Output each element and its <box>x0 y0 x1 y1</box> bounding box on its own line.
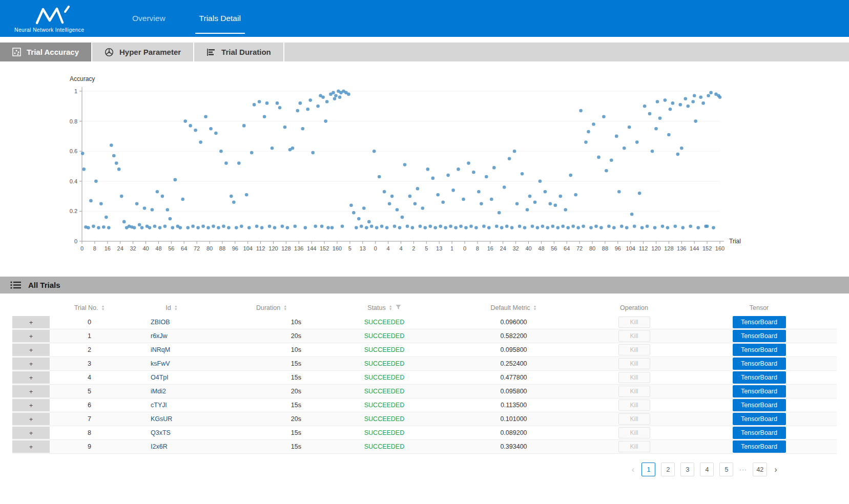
filter-icon[interactable] <box>396 304 401 311</box>
x-tick-label: 32 <box>130 245 136 251</box>
x-tick-label: 56 <box>551 245 557 251</box>
scatter-point <box>94 180 98 183</box>
kill-button[interactable]: Kill <box>618 330 650 342</box>
pagination-page-5[interactable]: 5 <box>719 463 733 476</box>
pagination-prev[interactable]: ‹ <box>630 465 636 474</box>
kill-button[interactable]: Kill <box>618 400 650 411</box>
scatter-point <box>87 226 90 229</box>
scatter-point <box>638 192 641 195</box>
expand-row-button[interactable]: + <box>12 427 50 439</box>
sort-icon[interactable]: ▲▼ <box>101 305 105 311</box>
x-tick-label: 24 <box>117 245 123 251</box>
cell-status: SUCCEEDED <box>328 415 441 423</box>
expand-row-button[interactable]: + <box>12 358 50 370</box>
scatter-point <box>607 224 611 228</box>
y-tick-label: 0.4 <box>70 178 77 184</box>
column-header-tensor: Tensor <box>681 304 837 311</box>
kill-button[interactable]: Kill <box>618 344 650 355</box>
scatter-point <box>429 224 432 228</box>
column-header-default-metric[interactable]: Default Metric▲▼ <box>441 304 587 311</box>
expand-row-button[interactable]: + <box>12 316 50 328</box>
column-header-status[interactable]: Status▲▼ <box>328 304 441 311</box>
tab-hyper-parameter[interactable]: Hyper Parameter <box>92 43 194 61</box>
expand-row-button[interactable]: + <box>12 413 50 425</box>
y-tick-label: 0.6 <box>70 148 77 154</box>
scatter-point <box>206 226 210 229</box>
kill-button[interactable]: Kill <box>618 441 650 452</box>
wheel-icon <box>105 48 114 57</box>
scatter-point <box>360 224 363 228</box>
tensorboard-button[interactable]: TensorBoard <box>733 399 786 411</box>
scatter-point <box>140 226 144 229</box>
tensorboard-button[interactable]: TensorBoard <box>733 371 786 384</box>
expand-row-button[interactable]: + <box>12 344 50 356</box>
tensorboard-button[interactable]: TensorBoard <box>733 330 786 342</box>
scatter-point <box>569 174 572 177</box>
tab-label: Trial Accuracy <box>27 48 79 56</box>
nav-overview[interactable]: Overview <box>130 0 168 37</box>
scatter-point <box>628 125 631 129</box>
scatter-point <box>549 202 552 206</box>
pagination-page-4[interactable]: 4 <box>700 463 714 476</box>
x-tick-label: 2 <box>412 245 415 251</box>
scatter-point <box>556 226 560 229</box>
kill-button[interactable]: Kill <box>618 372 650 383</box>
cell-id: Q3xTS <box>128 429 215 436</box>
pagination-ellipsis: ··· <box>739 466 747 473</box>
sort-icon[interactable]: ▲▼ <box>533 305 537 311</box>
column-header-trial-no[interactable]: Trial No.▲▼ <box>51 304 128 311</box>
scatter-point <box>383 190 386 194</box>
column-header-id[interactable]: Id▲▼ <box>128 304 215 311</box>
scatter-point <box>375 226 379 229</box>
pagination-page-42[interactable]: 42 <box>753 463 767 476</box>
tensorboard-button[interactable]: TensorBoard <box>733 385 786 397</box>
tensorboard-button[interactable]: TensorBoard <box>733 358 786 370</box>
scatter-point <box>505 224 509 228</box>
sort-icon[interactable]: ▲▼ <box>283 305 287 311</box>
scatter-point <box>706 224 709 228</box>
pagination-page-1[interactable]: 1 <box>641 463 655 476</box>
cell-id: ZBIOB <box>128 319 215 326</box>
column-header-duration[interactable]: Duration▲▼ <box>215 304 328 311</box>
scatter-point <box>89 199 93 203</box>
scatter-point <box>541 224 545 228</box>
nav-trials-detail[interactable]: Trials Detail <box>197 0 243 37</box>
expand-row-button[interactable]: + <box>12 440 50 453</box>
tensorboard-button[interactable]: TensorBoard <box>733 344 786 356</box>
expand-row-button[interactable]: + <box>12 399 50 411</box>
expand-row-button[interactable]: + <box>12 385 50 397</box>
kill-button[interactable]: Kill <box>618 386 650 397</box>
tensorboard-button[interactable]: TensorBoard <box>733 316 786 328</box>
scatter-point <box>191 224 195 228</box>
scatter-point <box>426 167 430 171</box>
sort-icon[interactable]: ▲▼ <box>174 305 178 311</box>
kill-button[interactable]: Kill <box>618 317 650 328</box>
tensorboard-button[interactable]: TensorBoard <box>733 440 786 453</box>
tab-trial-duration[interactable]: Trial Duration <box>194 43 284 61</box>
scatter-point <box>166 208 170 212</box>
y-tick-label: 1 <box>74 88 77 94</box>
scatter-point <box>464 226 468 229</box>
kill-button[interactable]: Kill <box>618 427 650 438</box>
scatter-point <box>503 185 506 189</box>
tensorboard-button[interactable]: TensorBoard <box>733 427 786 439</box>
pagination-next[interactable]: › <box>773 465 779 474</box>
expand-row-button[interactable]: + <box>12 330 50 342</box>
scatter-point <box>183 119 187 123</box>
scatter-point <box>333 97 337 100</box>
pagination-page-3[interactable]: 3 <box>680 463 694 476</box>
tensorboard-button[interactable]: TensorBoard <box>733 413 786 425</box>
pagination-page-2[interactable]: 2 <box>661 463 675 476</box>
scatter-point <box>138 223 141 227</box>
x-tick-label: 160 <box>333 245 342 251</box>
tab-trial-accuracy[interactable]: Trial Accuracy <box>0 43 92 61</box>
scatter-point <box>237 161 241 165</box>
scatter-point <box>439 224 442 228</box>
scatter-point <box>171 226 175 229</box>
kill-button[interactable]: Kill <box>618 413 650 425</box>
kill-button[interactable]: Kill <box>618 358 650 369</box>
sort-icon[interactable]: ▲▼ <box>389 305 392 311</box>
x-tick-label: 136 <box>294 245 303 251</box>
scatter-point <box>204 115 208 119</box>
expand-row-button[interactable]: + <box>12 371 50 384</box>
